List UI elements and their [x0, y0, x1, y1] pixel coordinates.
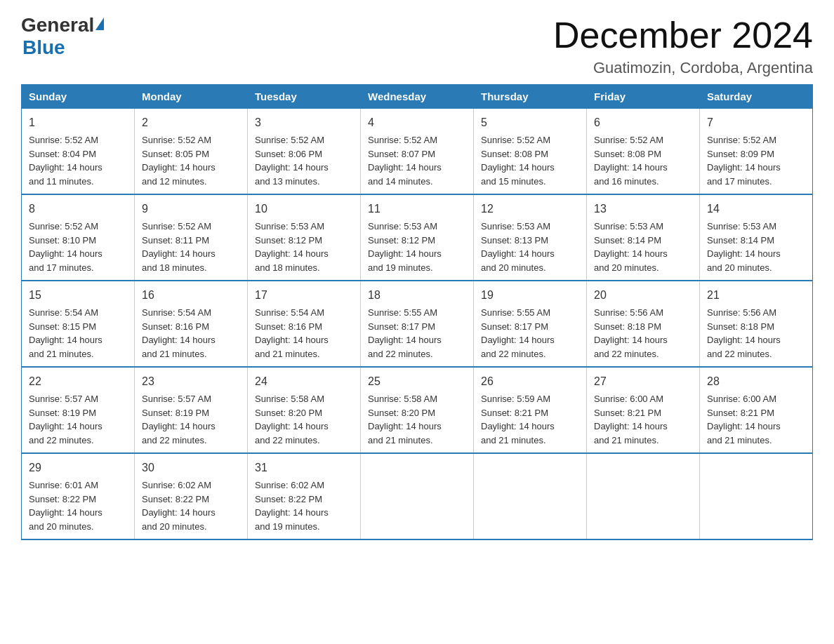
calendar-cell: 19Sunrise: 5:55 AMSunset: 8:17 PMDayligh… — [474, 281, 587, 367]
calendar-header-row: SundayMondayTuesdayWednesdayThursdayFrid… — [22, 85, 813, 109]
calendar-cell: 17Sunrise: 5:54 AMSunset: 8:16 PMDayligh… — [248, 281, 361, 367]
day-number: 31 — [255, 459, 353, 476]
calendar-cell: 16Sunrise: 5:54 AMSunset: 8:16 PMDayligh… — [135, 281, 248, 367]
calendar-week-row: 15Sunrise: 5:54 AMSunset: 8:15 PMDayligh… — [22, 281, 813, 367]
day-number: 11 — [368, 201, 466, 217]
calendar-cell: 29Sunrise: 6:01 AMSunset: 8:22 PMDayligh… — [22, 453, 135, 539]
day-number: 7 — [707, 114, 805, 131]
day-info: Sunrise: 5:53 AMSunset: 8:12 PMDaylight:… — [368, 220, 466, 274]
day-number: 18 — [368, 287, 466, 304]
day-number: 17 — [255, 287, 353, 304]
day-info: Sunrise: 5:52 AMSunset: 8:11 PMDaylight:… — [142, 220, 240, 274]
day-number: 15 — [29, 287, 127, 304]
day-info: Sunrise: 5:52 AMSunset: 8:07 PMDaylight:… — [368, 133, 466, 188]
calendar-cell: 30Sunrise: 6:02 AMSunset: 8:22 PMDayligh… — [135, 453, 248, 539]
day-info: Sunrise: 5:52 AMSunset: 8:05 PMDaylight:… — [142, 133, 240, 188]
day-number: 8 — [29, 201, 127, 217]
calendar-cell — [700, 453, 813, 539]
calendar-cell: 18Sunrise: 5:55 AMSunset: 8:17 PMDayligh… — [361, 281, 474, 367]
calendar-cell: 23Sunrise: 5:57 AMSunset: 8:19 PMDayligh… — [135, 367, 248, 453]
day-info: Sunrise: 5:54 AMSunset: 8:15 PMDaylight:… — [29, 306, 127, 361]
page-header: General Blue December 2024 Guatimozin, C… — [21, 14, 813, 77]
day-info: Sunrise: 5:52 AMSunset: 8:08 PMDaylight:… — [481, 133, 579, 188]
calendar-header-monday: Monday — [135, 85, 248, 109]
calendar-cell: 12Sunrise: 5:53 AMSunset: 8:13 PMDayligh… — [474, 194, 587, 281]
day-number: 30 — [142, 459, 240, 476]
calendar-cell — [474, 453, 587, 539]
day-info: Sunrise: 5:53 AMSunset: 8:14 PMDaylight:… — [707, 220, 805, 274]
day-info: Sunrise: 5:57 AMSunset: 8:19 PMDaylight:… — [29, 392, 127, 447]
logo-blue-text: Blue — [22, 36, 65, 59]
calendar-cell: 20Sunrise: 5:56 AMSunset: 8:18 PMDayligh… — [587, 281, 700, 367]
day-info: Sunrise: 5:52 AMSunset: 8:06 PMDaylight:… — [255, 133, 353, 188]
day-info: Sunrise: 5:55 AMSunset: 8:17 PMDaylight:… — [481, 306, 579, 361]
calendar-cell: 6Sunrise: 5:52 AMSunset: 8:08 PMDaylight… — [587, 109, 700, 195]
calendar-cell: 8Sunrise: 5:52 AMSunset: 8:10 PMDaylight… — [22, 194, 135, 281]
calendar-cell: 27Sunrise: 6:00 AMSunset: 8:21 PMDayligh… — [587, 367, 700, 453]
calendar-cell: 1Sunrise: 5:52 AMSunset: 8:04 PMDaylight… — [22, 109, 135, 195]
calendar-week-row: 29Sunrise: 6:01 AMSunset: 8:22 PMDayligh… — [22, 453, 813, 539]
calendar-cell: 22Sunrise: 5:57 AMSunset: 8:19 PMDayligh… — [22, 367, 135, 453]
day-info: Sunrise: 6:00 AMSunset: 8:21 PMDaylight:… — [594, 392, 692, 447]
day-info: Sunrise: 6:02 AMSunset: 8:22 PMDaylight:… — [142, 478, 240, 533]
calendar-header-sunday: Sunday — [22, 85, 135, 109]
calendar-cell: 14Sunrise: 5:53 AMSunset: 8:14 PMDayligh… — [700, 194, 813, 281]
day-number: 19 — [481, 287, 579, 304]
day-info: Sunrise: 5:54 AMSunset: 8:16 PMDaylight:… — [255, 306, 353, 361]
calendar-cell — [361, 453, 474, 539]
day-info: Sunrise: 6:01 AMSunset: 8:22 PMDaylight:… — [29, 478, 127, 533]
calendar-cell: 4Sunrise: 5:52 AMSunset: 8:07 PMDaylight… — [361, 109, 474, 195]
day-number: 25 — [368, 373, 466, 390]
day-number: 10 — [255, 201, 353, 217]
calendar-week-row: 22Sunrise: 5:57 AMSunset: 8:19 PMDayligh… — [22, 367, 813, 453]
calendar-cell — [587, 453, 700, 539]
day-info: Sunrise: 5:52 AMSunset: 8:08 PMDaylight:… — [594, 133, 692, 188]
day-number: 2 — [142, 114, 240, 131]
day-number: 22 — [29, 373, 127, 390]
day-number: 29 — [29, 459, 127, 476]
calendar-cell: 9Sunrise: 5:52 AMSunset: 8:11 PMDaylight… — [135, 194, 248, 281]
calendar-table: SundayMondayTuesdayWednesdayThursdayFrid… — [21, 84, 813, 540]
month-title: December 2024 — [553, 14, 813, 56]
day-info: Sunrise: 5:54 AMSunset: 8:16 PMDaylight:… — [142, 306, 240, 361]
calendar-week-row: 1Sunrise: 5:52 AMSunset: 8:04 PMDaylight… — [22, 109, 813, 195]
day-number: 4 — [368, 114, 466, 131]
calendar-cell: 28Sunrise: 6:00 AMSunset: 8:21 PMDayligh… — [700, 367, 813, 453]
day-info: Sunrise: 5:57 AMSunset: 8:19 PMDaylight:… — [142, 392, 240, 447]
calendar-header-saturday: Saturday — [700, 85, 813, 109]
day-number: 23 — [142, 373, 240, 390]
day-info: Sunrise: 5:58 AMSunset: 8:20 PMDaylight:… — [368, 392, 466, 447]
title-area: December 2024 Guatimozin, Cordoba, Argen… — [553, 14, 813, 77]
day-number: 27 — [594, 373, 692, 390]
day-info: Sunrise: 5:56 AMSunset: 8:18 PMDaylight:… — [594, 306, 692, 361]
day-info: Sunrise: 6:00 AMSunset: 8:21 PMDaylight:… — [707, 392, 805, 447]
day-info: Sunrise: 6:02 AMSunset: 8:22 PMDaylight:… — [255, 478, 353, 533]
day-info: Sunrise: 5:55 AMSunset: 8:17 PMDaylight:… — [368, 306, 466, 361]
day-info: Sunrise: 5:53 AMSunset: 8:14 PMDaylight:… — [594, 220, 692, 274]
logo-triangle-icon — [95, 18, 104, 30]
calendar-header-friday: Friday — [587, 85, 700, 109]
logo-general-text: General — [21, 14, 94, 36]
calendar-cell: 11Sunrise: 5:53 AMSunset: 8:12 PMDayligh… — [361, 194, 474, 281]
calendar-cell: 5Sunrise: 5:52 AMSunset: 8:08 PMDaylight… — [474, 109, 587, 195]
calendar-cell: 13Sunrise: 5:53 AMSunset: 8:14 PMDayligh… — [587, 194, 700, 281]
location-title: Guatimozin, Cordoba, Argentina — [553, 59, 813, 77]
calendar-cell: 10Sunrise: 5:53 AMSunset: 8:12 PMDayligh… — [248, 194, 361, 281]
day-number: 3 — [255, 114, 353, 131]
day-info: Sunrise: 5:56 AMSunset: 8:18 PMDaylight:… — [707, 306, 805, 361]
day-number: 24 — [255, 373, 353, 390]
calendar-cell: 25Sunrise: 5:58 AMSunset: 8:20 PMDayligh… — [361, 367, 474, 453]
day-number: 14 — [707, 201, 805, 217]
day-number: 6 — [594, 114, 692, 131]
day-number: 13 — [594, 201, 692, 217]
day-info: Sunrise: 5:58 AMSunset: 8:20 PMDaylight:… — [255, 392, 353, 447]
logo-area: General Blue — [21, 14, 104, 59]
calendar-cell: 24Sunrise: 5:58 AMSunset: 8:20 PMDayligh… — [248, 367, 361, 453]
calendar-cell: 15Sunrise: 5:54 AMSunset: 8:15 PMDayligh… — [22, 281, 135, 367]
day-number: 26 — [481, 373, 579, 390]
day-number: 16 — [142, 287, 240, 304]
day-info: Sunrise: 5:53 AMSunset: 8:12 PMDaylight:… — [255, 220, 353, 274]
day-number: 1 — [29, 114, 127, 131]
day-info: Sunrise: 5:52 AMSunset: 8:09 PMDaylight:… — [707, 133, 805, 188]
day-info: Sunrise: 5:53 AMSunset: 8:13 PMDaylight:… — [481, 220, 579, 274]
